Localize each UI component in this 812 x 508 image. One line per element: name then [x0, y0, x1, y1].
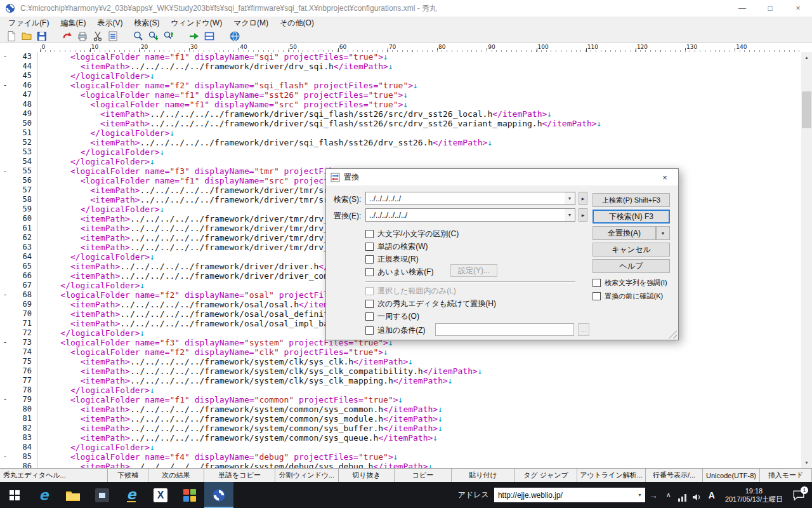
code-line[interactable]: -46 <logicalFolder name="f2" displayName… — [0, 81, 801, 90]
function-bar-cell-12[interactable]: 挿入モード — [760, 469, 812, 482]
function-bar-cell-0[interactable]: 秀丸エディタヘル... — [0, 469, 108, 482]
code-line[interactable]: 82 <itemPath>../../../../../framework/sy… — [0, 424, 801, 433]
whole-word-checkbox[interactable]: 単語の検索(W) — [365, 241, 428, 252]
fuzzy-search-checkbox[interactable]: あいまい検索(F) — [365, 267, 433, 277]
fold-marker[interactable]: - — [0, 52, 10, 62]
checkbox-box[interactable] — [365, 300, 374, 308]
address-input[interactable]: http://ejje.weblio.jp/ ▼ — [494, 488, 645, 502]
search-down-icon[interactable] — [146, 30, 161, 43]
code-line[interactable]: 45 </logicalFolder>↓ — [0, 71, 801, 81]
function-bar-cell-4[interactable]: 分割ウィンドウ... — [275, 469, 339, 482]
code-line[interactable]: 83 <itemPath>../../../../../framework/sy… — [0, 433, 801, 443]
start-button[interactable] — [0, 482, 29, 508]
save-icon[interactable] — [34, 30, 49, 43]
code-line[interactable]: 86 <itemPath>../../../../../framework/sy… — [0, 462, 801, 468]
checkbox-box[interactable] — [365, 268, 374, 276]
menu-item-6[interactable]: その他(O) — [274, 17, 320, 29]
edge-icon[interactable]: e — [29, 482, 58, 508]
checkbox-box[interactable] — [365, 230, 374, 238]
menu-item-1[interactable]: 編集(E) — [55, 17, 91, 29]
search-flyout-button[interactable]: ▶ — [579, 192, 587, 205]
menu-item-5[interactable]: マクロ(M) — [228, 17, 274, 29]
search-combobox[interactable]: ../../../../../ ▼ — [365, 192, 575, 205]
checkbox-box[interactable] — [593, 292, 601, 300]
replace-combobox[interactable]: ../../../../../../ ▼ — [365, 208, 575, 222]
code-line[interactable]: 50 <itemPath>../../../../../framework/dr… — [0, 119, 801, 128]
address-dropdown-icon[interactable]: ▼ — [634, 493, 645, 497]
fold-marker[interactable]: - — [0, 338, 10, 347]
address-value[interactable]: http://ejje.weblio.jp/ — [494, 491, 634, 500]
search-up-button[interactable]: 上検索(P) Shift+F3 — [593, 193, 670, 207]
action-center-icon[interactable]: 1 — [788, 486, 809, 505]
checkbox-box[interactable] — [365, 326, 374, 335]
vertical-scrollbar[interactable]: ▲ ▼ — [801, 52, 812, 468]
replace-all-dropdown-icon[interactable]: ▼ — [656, 226, 670, 240]
network-icon[interactable] — [676, 489, 690, 502]
code-line[interactable]: 77 <itemPath>../../../../../framework/sy… — [0, 376, 801, 385]
print-icon[interactable] — [75, 30, 90, 43]
search-icon[interactable] — [131, 30, 146, 43]
checkbox-box[interactable] — [593, 279, 601, 287]
fold-marker[interactable]: - — [0, 166, 10, 176]
code-line[interactable]: 76 <itemPath>../../../../../framework/sy… — [0, 366, 801, 376]
code-line[interactable]: 53 </logicalFolder>↓ — [0, 147, 801, 157]
code-line[interactable]: 75 <itemPath>../../../../../framework/sy… — [0, 357, 801, 366]
confirm-before-replace-checkbox[interactable]: 置換の前に確認(K) — [593, 291, 663, 301]
additional-condition-checkbox[interactable]: 追加の条件(Z) — [365, 325, 426, 336]
function-bar-cell-7[interactable]: 貼り付け — [452, 469, 515, 482]
cut-icon[interactable] — [90, 30, 105, 43]
regex-checkbox[interactable]: 正規表現(R) — [365, 254, 419, 265]
browser-icon[interactable] — [227, 30, 242, 43]
function-bar-cell-2[interactable]: 次の結果 — [148, 469, 204, 482]
tray-expand-icon[interactable]: ∧ — [662, 491, 676, 499]
highlight-search-checkbox[interactable]: 検索文字列を強調(I) — [593, 278, 667, 288]
address-go-icon[interactable]: → — [645, 490, 662, 500]
function-bar-cell-8[interactable]: タグ ジャンプ — [515, 469, 577, 482]
hidemaru-taskbar-icon[interactable] — [204, 482, 233, 508]
code-line[interactable]: 48 <logicalFolder name="f1" displayName=… — [0, 100, 801, 109]
code-line[interactable]: 47 <logicalFolder name="f1" displayName=… — [0, 90, 801, 100]
file-explorer-icon[interactable] — [58, 482, 88, 508]
code-line[interactable]: 52 <itemPath>../../../../../framework/dr… — [0, 138, 801, 147]
menu-item-4[interactable]: ウィンドウ(W) — [165, 17, 228, 29]
cancel-button[interactable]: キャンセル — [593, 243, 670, 257]
mplab-x-icon[interactable]: X — [146, 482, 175, 508]
dialog-close-button[interactable]: × — [652, 169, 678, 185]
taskbar-clock[interactable]: 19:18 2017/05/13/土曜日 — [720, 487, 788, 504]
search-value[interactable]: ../../../../../ — [366, 194, 565, 203]
menu-item-3[interactable]: 検索(S) — [128, 17, 165, 29]
maximize-button[interactable]: □ — [756, 0, 784, 17]
function-bar-cell-11[interactable]: Unicode(UTF-8) — [703, 469, 760, 482]
code-line[interactable]: 78 </logicalFolder>↓ — [0, 385, 801, 395]
minimize-button[interactable]: — — [728, 0, 756, 17]
internet-explorer-icon[interactable]: e — [117, 482, 146, 508]
checkbox-box[interactable] — [365, 243, 374, 251]
continue-next-editor-checkbox[interactable]: 次の秀丸エディタも続けて置換(H) — [365, 298, 496, 309]
wrap-around-checkbox[interactable]: 一周する(O) — [365, 311, 419, 322]
code-line[interactable]: 74 <logicalFolder name="f2" displayName=… — [0, 347, 801, 357]
function-bar-cell-6[interactable]: コピー — [395, 469, 452, 482]
checkbox-box[interactable] — [365, 312, 374, 321]
code-line[interactable]: 84 </logicalFolder>↓ — [0, 443, 801, 452]
search-up-icon[interactable] — [161, 30, 176, 43]
help-button[interactable]: ヘルプ — [593, 259, 670, 273]
code-line[interactable]: 81 <itemPath>../../../../../framework/sy… — [0, 414, 801, 424]
function-bar-cell-1[interactable]: 下候補 — [108, 469, 148, 482]
function-bar-cell-10[interactable]: 行番号表示/... — [646, 469, 703, 482]
search-down-button[interactable]: 下検索(N) F3 — [593, 210, 670, 224]
code-line[interactable]: -79 <logicalFolder name="f1" displayName… — [0, 395, 801, 404]
fold-marker[interactable]: - — [0, 290, 10, 300]
function-bar-cell-9[interactable]: アウトライン解析... — [577, 469, 646, 482]
resize-grip[interactable] — [669, 330, 677, 338]
code-line[interactable]: 54 </logicalFolder>↓ — [0, 157, 801, 166]
scroll-thumb[interactable] — [802, 91, 811, 128]
tag-jump-icon[interactable] — [187, 30, 202, 43]
function-bar-cell-3[interactable]: 単語をコピー — [204, 469, 275, 482]
scroll-down-icon[interactable]: ▼ — [801, 457, 812, 468]
split-window-icon[interactable] — [202, 30, 217, 43]
menu-item-2[interactable]: 表示(V) — [91, 17, 128, 29]
menu-item-0[interactable]: ファイル(F) — [3, 17, 55, 29]
app-icon-6[interactable] — [175, 482, 204, 508]
replace-dialog-titlebar[interactable]: 置換 × — [326, 169, 678, 185]
fold-marker[interactable]: - — [0, 81, 10, 90]
